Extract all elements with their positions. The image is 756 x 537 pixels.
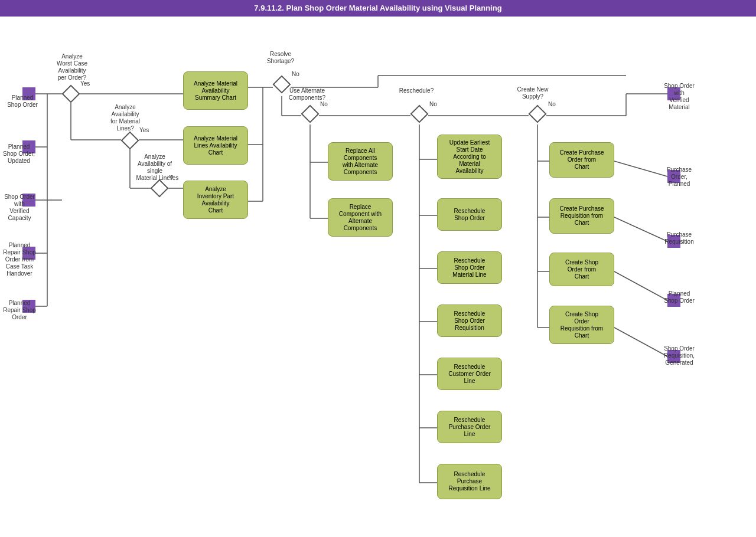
label-create-supply: Create NewSupply? — [509, 86, 556, 100]
gateway-single-material — [151, 179, 168, 197]
label-purchase-requisition: PurchaseRequisition — [656, 231, 703, 245]
task-create-shop-order-requisition[interactable]: Create ShopOrderRequisition fromChart — [549, 306, 614, 344]
task-create-purchase-order[interactable]: Create PurchaseOrder fromChart — [549, 142, 614, 178]
label-planned-repair-shop-order-case: PlannedRepair ShopOrder fromCase TaskHan… — [1, 242, 38, 277]
gateway-reschedule — [410, 105, 428, 123]
label-shop-order-verified-material: Shop OrderwithVerifiedMaterial — [656, 83, 703, 111]
diagram-area: PlannedShop Order PlannedShop Order,Upda… — [0, 17, 756, 537]
task-update-earliest-start-date[interactable]: Update EarliestStart DateAccording toMat… — [437, 135, 502, 179]
gateway-worst-case — [62, 85, 80, 103]
label-reschedule: Reschedule? — [396, 87, 437, 94]
task-reschedule-shop-order[interactable]: RescheduleShop Order — [437, 198, 502, 231]
label-planned-shop-order-out: PlannedShop Order — [656, 290, 703, 304]
label-planned-repair-shop-order: PlannedRepair ShopOrder — [1, 300, 38, 321]
title-bar: 7.9.11.2. Plan Shop Order Material Avail… — [0, 0, 756, 17]
task-reschedule-purchase-order-line[interactable]: ReschedulePurchase OrderLine — [437, 411, 502, 443]
task-reschedule-customer-order-line[interactable]: RescheduleCustomer OrderLine — [437, 358, 502, 390]
diagram-container: 7.9.11.2. Plan Shop Order Material Avail… — [0, 0, 756, 537]
label-use-alternate: Use AlternateComponents? — [284, 87, 331, 101]
task-analyze-material-lines-availability[interactable]: Analyze MaterialLines AvailabilityChart — [183, 126, 248, 165]
task-analyze-inventory-part[interactable]: AnalyzeInventory PartAvailabilityChart — [183, 181, 248, 219]
label-g2-yes: Yes — [139, 127, 149, 134]
label-shop-order-requisition: Shop OrderRequisition,Generated — [656, 345, 703, 366]
label-g1-yes: Yes — [80, 80, 90, 87]
label-shop-order-verified-capacity: Shop OrderwithVerifiedCapacity — [1, 194, 38, 222]
task-create-purchase-requisition[interactable]: Create PurchaseRequisition fromChart — [549, 198, 614, 234]
gateway-material-lines — [121, 132, 139, 149]
task-create-shop-order[interactable]: Create ShopOrder fromChart — [549, 253, 614, 286]
task-analyze-material-availability-summary[interactable]: Analyze MaterialAvailabilitySummary Char… — [183, 71, 248, 110]
label-g3-yes: Yes — [169, 175, 178, 182]
label-g6-no: No — [429, 101, 437, 108]
label-purchase-order-planned: PurchaseOrder,Planned — [656, 166, 703, 188]
label-g7-no: No — [548, 101, 556, 108]
label-resolve-shortage: ResolveShortage? — [260, 51, 301, 65]
task-reschedule-purchase-requisition-line[interactable]: ReschedulePurchaseRequisition Line — [437, 464, 502, 499]
task-reschedule-shop-order-requisition[interactable]: RescheduleShop OrderRequisition — [437, 304, 502, 337]
task-reschedule-shop-order-material-line[interactable]: RescheduleShop OrderMaterial Line — [437, 251, 502, 284]
task-replace-component[interactable]: ReplaceComponent withAlternateComponents — [328, 198, 393, 237]
label-planned-shop-order: PlannedShop Order — [5, 94, 40, 109]
label-planned-shop-order-updated: PlannedShop Order,Updated — [1, 143, 37, 165]
label-worst-case: AnalyzeWorst CaseAvailabilityper Order? — [48, 53, 96, 81]
task-replace-all-components[interactable]: Replace AllComponentswith AlternateCompo… — [328, 142, 393, 181]
connectors-svg — [0, 17, 756, 537]
gateway-create-supply — [529, 105, 546, 123]
label-g5-no: No — [320, 101, 328, 108]
label-g4-no: No — [292, 71, 299, 78]
diagram-title: 7.9.11.2. Plan Shop Order Material Avail… — [254, 4, 501, 12]
gateway-use-alternate — [301, 105, 319, 123]
